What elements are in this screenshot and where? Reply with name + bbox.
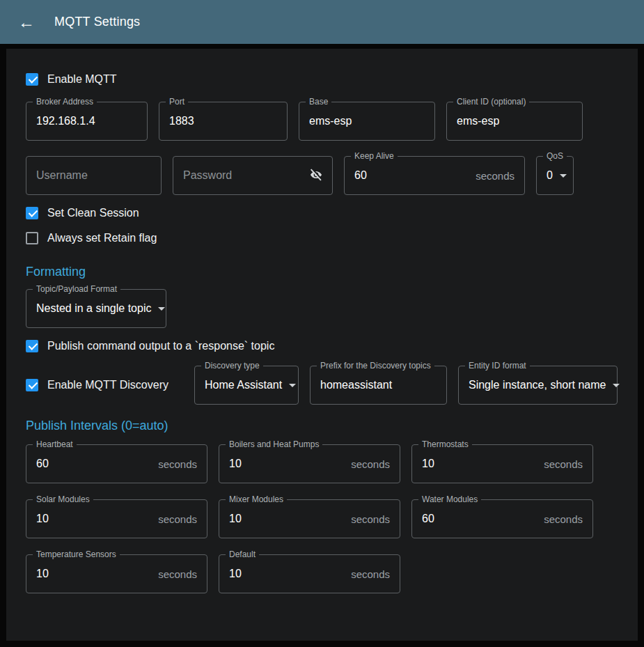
discovery-type-label: Discovery type [201,361,263,371]
keep-alive-input[interactable] [345,169,476,182]
entity-id-format-label: Entity ID format [465,361,530,371]
checkbox-unchecked-icon[interactable] [26,232,38,244]
checkbox-checked-icon[interactable] [26,73,38,86]
discovery-prefix-field[interactable]: Prefix for the Discovery topics [310,366,447,405]
mqtt-settings-form: Enable MQTT Broker Address Port Base Cli… [6,49,638,641]
qos-select[interactable]: QoS 0 [536,156,574,195]
mixer-interval-input[interactable] [219,513,351,525]
water-interval-field[interactable]: Water Modules seconds [411,499,593,538]
publish-response-checkbox[interactable]: Publish command output to a `response` t… [26,334,274,359]
toggle-password-visibility-button[interactable] [306,164,327,187]
interval-label: Boilers and Heat Pumps [226,439,322,450]
keep-alive-label: Keep Alive [351,151,398,162]
enable-mqtt-checkbox[interactable]: Enable MQTT [26,67,117,92]
default-interval-field[interactable]: Default seconds [219,554,400,593]
entity-id-format-select[interactable]: Entity ID format Single instance, short … [458,366,618,405]
mixer-interval-field[interactable]: Mixer Modules seconds [219,499,400,538]
checkbox-checked-icon[interactable] [26,379,38,391]
qos-label: QoS [543,151,567,162]
enable-mqtt-label: Enable MQTT [47,73,117,86]
interval-label: Heartbeat [33,439,77,450]
solar-interval-input[interactable] [26,513,158,525]
interval-label: Default [226,549,259,560]
broker-address-label: Broker Address [33,97,97,107]
discovery-type-select[interactable]: Discovery type Home Assistant [194,366,299,405]
broker-row: Broker Address Port Base Client ID (opti… [26,102,618,141]
interval-suffix: seconds [351,568,390,580]
heartbeat-interval-input[interactable] [26,458,158,470]
keep-alive-field[interactable]: Keep Alive seconds [344,156,525,195]
thermostats-interval-input[interactable] [412,458,544,470]
discovery-prefix-input[interactable] [311,379,446,391]
publish-intervals-heading: Publish Intervals (0=auto) [26,419,618,433]
port-input[interactable] [159,115,287,127]
username-field[interactable] [26,156,162,195]
interval-suffix: seconds [544,458,583,470]
enable-discovery-checkbox[interactable]: Enable MQTT Discovery [26,379,168,391]
base-input[interactable] [299,115,434,127]
thermostats-interval-field[interactable]: Thermostats seconds [411,444,593,483]
interval-label: Mixer Modules [226,494,287,505]
topic-format-row: Topic/Payload Format Nested in a single … [26,289,618,328]
interval-suffix: seconds [351,513,390,525]
temperature-interval-input[interactable] [26,568,158,580]
default-interval-input[interactable] [219,568,351,580]
discovery-type-value: Home Assistant [205,379,282,391]
base-field[interactable]: Base [299,102,435,141]
chevron-down-icon [560,174,567,178]
interval-label: Thermostats [418,439,472,450]
interval-suffix: seconds [158,568,197,580]
solar-interval-field[interactable]: Solar Modules seconds [26,499,207,538]
temperature-interval-field[interactable]: Temperature Sensors seconds [26,554,207,593]
arrow-left-icon: ← [18,13,35,31]
publish-intervals-grid: Heartbeat seconds Boilers and Heat Pumps… [26,444,618,593]
discovery-row: Enable MQTT Discovery Discovery type Hom… [26,366,618,405]
retain-flag-label: Always set Retain flag [47,232,157,244]
broker-address-field[interactable]: Broker Address [26,102,148,141]
chevron-down-icon [158,307,165,311]
topic-format-value: Nested in a single topic [36,302,151,315]
base-label: Base [306,97,331,107]
clean-session-checkbox[interactable]: Set Clean Session [26,201,139,226]
client-id-label: Client ID (optional) [453,97,529,107]
topic-format-select[interactable]: Topic/Payload Format Nested in a single … [26,289,166,328]
page-title: MQTT Settings [54,15,140,29]
back-button[interactable]: ← [15,11,38,33]
boilers-interval-field[interactable]: Boilers and Heat Pumps seconds [219,444,400,483]
interval-label: Solar Modules [33,494,93,505]
interval-suffix: seconds [544,513,583,525]
username-input[interactable] [26,169,161,182]
water-interval-input[interactable] [412,513,544,525]
retain-flag-checkbox[interactable]: Always set Retain flag [26,226,157,251]
heartbeat-interval-field[interactable]: Heartbeat seconds [26,444,207,483]
checkbox-checked-icon[interactable] [26,207,38,219]
topic-format-label: Topic/Payload Format [33,284,120,295]
entity-id-format-value: Single instance, short name [469,379,606,391]
chevron-down-icon [613,384,620,387]
chevron-down-icon [289,384,296,387]
formatting-heading: Formatting [26,265,618,279]
appbar: ← MQTT Settings [0,0,644,44]
interval-suffix: seconds [158,458,197,470]
boilers-interval-input[interactable] [219,458,351,470]
publish-response-label: Publish command output to a `response` t… [47,340,274,352]
interval-label: Water Modules [418,494,481,505]
discovery-prefix-label: Prefix for the Discovery topics [317,361,434,371]
clean-session-label: Set Clean Session [47,207,139,219]
keep-alive-suffix: seconds [476,170,515,182]
checkbox-checked-icon[interactable] [26,340,38,352]
visibility-off-icon [308,167,324,185]
client-id-input[interactable] [447,115,582,127]
credentials-row: Keep Alive seconds QoS 0 [26,156,618,195]
port-field[interactable]: Port [159,102,288,141]
password-input[interactable] [173,169,306,182]
client-id-field[interactable]: Client ID (optional) [446,102,583,141]
interval-label: Temperature Sensors [33,549,120,560]
enable-discovery-label: Enable MQTT Discovery [47,379,168,391]
port-label: Port [166,97,188,107]
qos-value: 0 [547,169,553,182]
interval-suffix: seconds [158,513,197,525]
broker-address-input[interactable] [26,115,147,127]
password-field[interactable] [173,156,333,195]
interval-suffix: seconds [351,458,390,470]
